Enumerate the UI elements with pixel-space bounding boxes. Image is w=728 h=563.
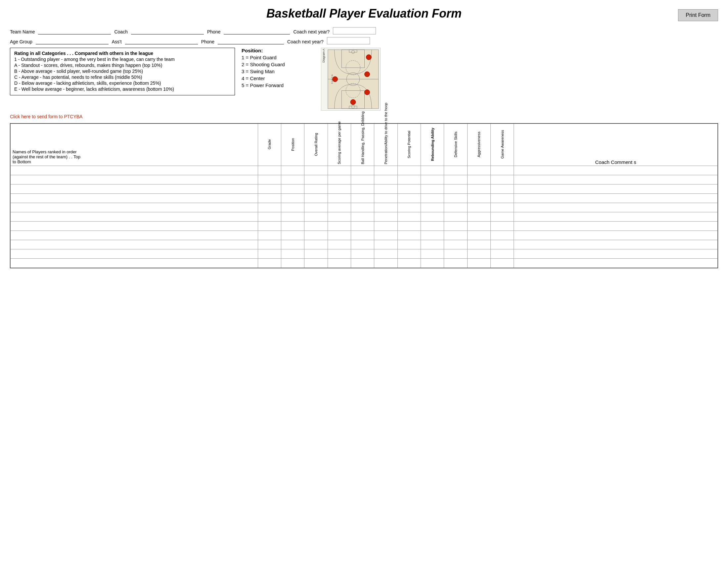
player-name-input-4[interactable] (18, 207, 251, 211)
input-scoring_potential-10[interactable] (398, 263, 420, 267)
input-scoring_avg-8[interactable] (329, 244, 350, 248)
input-aggressiveness-6[interactable] (468, 226, 490, 230)
asst-input[interactable] (125, 37, 198, 44)
input-rebounding-1[interactable] (422, 179, 443, 183)
input-rebounding-5[interactable] (422, 216, 443, 220)
input-grade-5[interactable] (259, 216, 280, 220)
player-name-input-8[interactable] (18, 244, 251, 248)
input-aggressiveness-3[interactable] (468, 198, 490, 202)
comment-input-1[interactable] (520, 179, 712, 183)
age-group-input[interactable] (36, 37, 109, 44)
player-name-input-5[interactable] (18, 216, 251, 220)
input-grade-10[interactable] (259, 263, 280, 267)
input-grade-9[interactable] (259, 254, 280, 258)
input-overall_rating-6[interactable] (305, 226, 327, 230)
comment-input-4[interactable] (520, 207, 712, 211)
input-grade-4[interactable] (259, 207, 280, 211)
input-position-10[interactable] (282, 263, 303, 267)
input-penetration-6[interactable] (375, 226, 396, 230)
input-scoring_potential-7[interactable] (398, 235, 420, 239)
input-ball_handling-5[interactable] (352, 216, 373, 220)
comment-input-6[interactable] (520, 226, 712, 230)
input-aggressiveness-7[interactable] (468, 235, 490, 239)
input-penetration-9[interactable] (375, 254, 396, 258)
input-rebounding-4[interactable] (422, 207, 443, 211)
player-name-input-7[interactable] (18, 235, 251, 239)
input-rebounding-10[interactable] (422, 263, 443, 267)
input-scoring_avg-9[interactable] (329, 254, 350, 258)
input-overall_rating-9[interactable] (305, 254, 327, 258)
input-game_awareness-0[interactable] (491, 170, 513, 174)
input-scoring_avg-1[interactable] (329, 179, 350, 183)
print-button[interactable]: Print Form (678, 9, 718, 21)
coach-next-input-1[interactable] (333, 27, 376, 34)
input-overall_rating-7[interactable] (305, 235, 327, 239)
comment-input-9[interactable] (520, 254, 712, 258)
input-game_awareness-6[interactable] (491, 226, 513, 230)
coach-next-input-2[interactable] (327, 37, 370, 44)
input-position-2[interactable] (282, 189, 303, 193)
input-ball_handling-1[interactable] (352, 179, 373, 183)
input-defensive-1[interactable] (445, 179, 466, 183)
input-position-6[interactable] (282, 226, 303, 230)
player-name-input-1[interactable] (18, 179, 251, 183)
input-rebounding-6[interactable] (422, 226, 443, 230)
input-rebounding-0[interactable] (422, 170, 443, 174)
input-defensive-8[interactable] (445, 244, 466, 248)
input-aggressiveness-5[interactable] (468, 216, 490, 220)
input-ball_handling-6[interactable] (352, 226, 373, 230)
input-overall_rating-4[interactable] (305, 207, 327, 211)
input-scoring_avg-6[interactable] (329, 226, 350, 230)
input-position-5[interactable] (282, 216, 303, 220)
input-defensive-7[interactable] (445, 235, 466, 239)
input-grade-2[interactable] (259, 189, 280, 193)
input-penetration-10[interactable] (375, 263, 396, 267)
input-grade-1[interactable] (259, 179, 280, 183)
input-scoring_potential-0[interactable] (398, 170, 420, 174)
input-ball_handling-2[interactable] (352, 189, 373, 193)
comment-input-5[interactable] (520, 216, 712, 220)
input-rebounding-3[interactable] (422, 198, 443, 202)
input-rebounding-7[interactable] (422, 235, 443, 239)
comment-input-7[interactable] (520, 235, 712, 239)
input-grade-0[interactable] (259, 170, 280, 174)
input-game_awareness-10[interactable] (491, 263, 513, 267)
comment-input-0[interactable] (520, 170, 712, 174)
player-name-input-2[interactable] (18, 189, 251, 193)
input-aggressiveness-9[interactable] (468, 254, 490, 258)
input-scoring_avg-5[interactable] (329, 216, 350, 220)
input-scoring_avg-4[interactable] (329, 207, 350, 211)
input-ball_handling-8[interactable] (352, 244, 373, 248)
input-scoring_avg-2[interactable] (329, 189, 350, 193)
input-game_awareness-9[interactable] (491, 254, 513, 258)
input-position-9[interactable] (282, 254, 303, 258)
input-game_awareness-2[interactable] (491, 189, 513, 193)
input-game_awareness-1[interactable] (491, 179, 513, 183)
input-scoring_avg-10[interactable] (329, 263, 350, 267)
input-overall_rating-5[interactable] (305, 216, 327, 220)
input-scoring_potential-2[interactable] (398, 189, 420, 193)
input-grade-8[interactable] (259, 244, 280, 248)
input-position-8[interactable] (282, 244, 303, 248)
input-scoring_avg-7[interactable] (329, 235, 350, 239)
comment-input-3[interactable] (520, 198, 712, 202)
input-defensive-10[interactable] (445, 263, 466, 267)
input-aggressiveness-8[interactable] (468, 244, 490, 248)
input-ball_handling-7[interactable] (352, 235, 373, 239)
input-position-0[interactable] (282, 170, 303, 174)
comment-input-10[interactable] (520, 263, 712, 267)
input-scoring_potential-4[interactable] (398, 207, 420, 211)
input-ball_handling-4[interactable] (352, 207, 373, 211)
input-game_awareness-8[interactable] (491, 244, 513, 248)
player-name-input-6[interactable] (18, 226, 251, 230)
input-defensive-3[interactable] (445, 198, 466, 202)
input-overall_rating-3[interactable] (305, 198, 327, 202)
input-position-7[interactable] (282, 235, 303, 239)
input-defensive-6[interactable] (445, 226, 466, 230)
input-ball_handling-0[interactable] (352, 170, 373, 174)
comment-input-8[interactable] (520, 244, 712, 248)
input-position-4[interactable] (282, 207, 303, 211)
input-scoring_potential-1[interactable] (398, 179, 420, 183)
input-defensive-9[interactable] (445, 254, 466, 258)
input-grade-3[interactable] (259, 198, 280, 202)
